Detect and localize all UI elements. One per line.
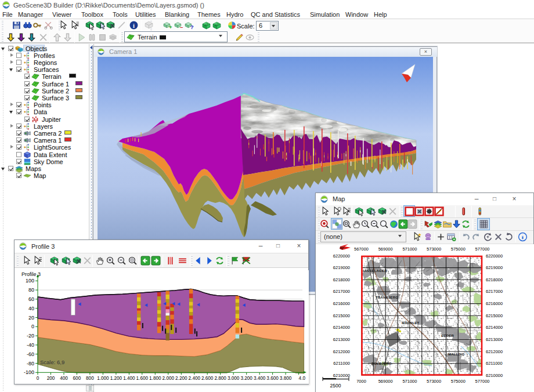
svg-text:577000: 577000 xyxy=(475,379,489,384)
svg-text:-40: -40 xyxy=(27,342,34,348)
svg-text:4.0: 4.0 xyxy=(299,376,306,381)
svg-text:577000: 577000 xyxy=(475,246,489,252)
svg-text:1.000: 1.000 xyxy=(97,376,109,381)
svg-text:6216000: 6216000 xyxy=(333,301,350,306)
svg-text:HASSELAGER: HASSELAGER xyxy=(362,269,387,273)
svg-text:2.400: 2.400 xyxy=(189,376,201,381)
svg-text:MÅRSLET: MÅRSLET xyxy=(402,321,420,325)
svg-text:6215000: 6215000 xyxy=(486,313,503,318)
svg-text:6211000: 6211000 xyxy=(486,361,503,366)
svg-text:6214000: 6214000 xyxy=(486,325,503,330)
svg-text:+: + xyxy=(169,24,172,30)
svg-text:571000: 571000 xyxy=(402,379,417,384)
svg-text:80: 80 xyxy=(28,287,34,293)
svg-text:6213000: 6213000 xyxy=(486,337,503,342)
svg-text:100: 100 xyxy=(26,278,34,284)
svg-text:MALLING: MALLING xyxy=(448,353,465,356)
svg-text:20: 20 xyxy=(28,315,34,321)
svg-text:6211000: 6211000 xyxy=(333,361,350,366)
svg-text:2500: 2500 xyxy=(330,383,341,389)
svg-text:Scale: 6,9: Scale: 6,9 xyxy=(40,359,64,365)
svg-text:TRANBJERG: TRANBJERG xyxy=(376,296,398,299)
svg-text:3.600: 3.600 xyxy=(266,376,279,381)
svg-text:-20: -20 xyxy=(27,333,34,339)
svg-text:–: – xyxy=(180,24,183,30)
svg-text:3.400: 3.400 xyxy=(254,376,266,381)
svg-text:575000: 575000 xyxy=(451,246,466,252)
svg-text:7000: 7000 xyxy=(356,379,366,384)
svg-text:SOLBJERG: SOLBJERG xyxy=(371,362,392,365)
svg-text:3.000: 3.000 xyxy=(228,376,240,381)
svg-text:6216000: 6216000 xyxy=(486,301,503,306)
svg-text:3.200: 3.200 xyxy=(240,376,252,381)
svg-text:571000: 571000 xyxy=(402,246,417,252)
svg-text:2.200: 2.200 xyxy=(175,376,187,381)
svg-text:575000: 575000 xyxy=(451,379,466,384)
svg-text:2.600: 2.600 xyxy=(201,376,214,381)
svg-text:600: 600 xyxy=(73,376,81,381)
svg-text:573000: 573000 xyxy=(427,246,441,252)
svg-text:6220000: 6220000 xyxy=(333,253,350,259)
svg-text:2.800: 2.800 xyxy=(214,376,226,381)
svg-text:6219000: 6219000 xyxy=(333,265,350,270)
svg-text:2.000: 2.000 xyxy=(163,376,175,381)
svg-text:1.600: 1.600 xyxy=(136,376,149,381)
svg-text:40: 40 xyxy=(28,306,34,311)
svg-text:6218000: 6218000 xyxy=(486,277,503,282)
svg-text:6212000: 6212000 xyxy=(333,349,350,354)
svg-text:-100: -100 xyxy=(24,369,34,375)
svg-text:Profile 3: Profile 3 xyxy=(21,271,41,277)
svg-text:BEDER: BEDER xyxy=(441,334,454,337)
svg-text:-80: -80 xyxy=(27,361,34,366)
svg-text:6210000: 6210000 xyxy=(333,373,350,378)
svg-text:?: ? xyxy=(190,24,194,30)
svg-text:0: 0 xyxy=(37,376,39,381)
svg-text:6214000: 6214000 xyxy=(333,325,350,330)
svg-text:1.200: 1.200 xyxy=(110,376,122,381)
svg-text:569000: 569000 xyxy=(378,246,393,252)
svg-text:6220000: 6220000 xyxy=(486,253,503,259)
svg-text:-60: -60 xyxy=(27,351,34,357)
svg-text:3.800: 3.800 xyxy=(280,376,292,381)
svg-text:6213000: 6213000 xyxy=(333,337,350,342)
svg-text:400: 400 xyxy=(60,376,68,381)
svg-text:6218000: 6218000 xyxy=(333,277,350,282)
svg-text:569000: 569000 xyxy=(378,379,393,384)
svg-text:0: 0 xyxy=(31,324,34,329)
svg-text:1.400: 1.400 xyxy=(123,376,135,381)
svg-text:6215000: 6215000 xyxy=(333,313,350,318)
svg-text:6212000: 6212000 xyxy=(486,349,503,354)
svg-text:573000: 573000 xyxy=(427,379,441,384)
svg-text:200: 200 xyxy=(47,376,55,381)
svg-text:6217000: 6217000 xyxy=(486,289,503,294)
svg-text:800: 800 xyxy=(86,376,94,381)
svg-text:6219000: 6219000 xyxy=(486,265,503,270)
svg-text:60: 60 xyxy=(28,296,34,302)
svg-text:1.800: 1.800 xyxy=(149,376,161,381)
svg-text:6210000: 6210000 xyxy=(486,373,503,378)
svg-text:i: i xyxy=(133,23,135,29)
svg-text:567000: 567000 xyxy=(354,246,369,252)
svg-text:6217000: 6217000 xyxy=(333,289,350,294)
